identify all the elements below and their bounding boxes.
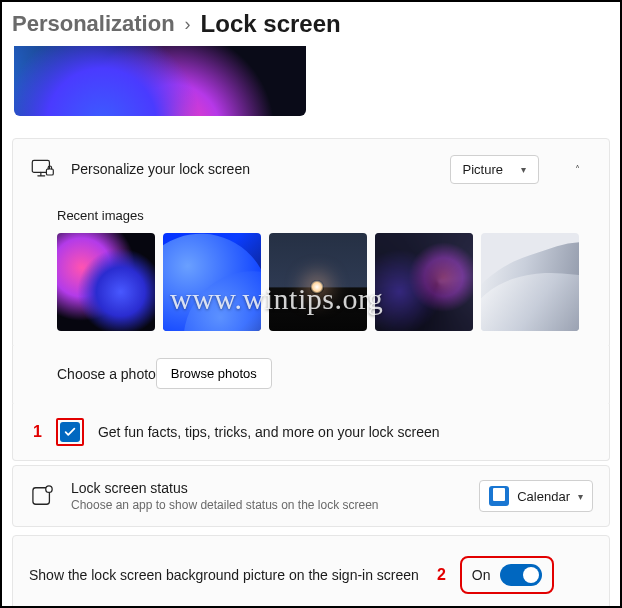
- svg-rect-1: [46, 169, 53, 175]
- recent-image-thumb[interactable]: [269, 233, 367, 331]
- signin-label: Show the lock screen background picture …: [29, 567, 419, 583]
- toggle-label: On: [472, 567, 491, 583]
- svg-point-3: [46, 486, 52, 492]
- breadcrumb-current: Lock screen: [201, 10, 341, 38]
- recent-image-thumb[interactable]: [57, 233, 155, 331]
- signin-background-row: Show the lock screen background picture …: [12, 535, 610, 608]
- fun-facts-checkbox[interactable]: [60, 422, 80, 442]
- choose-photo-label: Choose a photo: [57, 366, 156, 382]
- lock-screen-status-row[interactable]: Lock screen status Choose an app to show…: [12, 465, 610, 527]
- status-app-name: Calendar: [517, 489, 570, 504]
- annotation-1-box: [56, 418, 84, 446]
- chevron-right-icon: ›: [185, 14, 191, 35]
- fun-facts-row: 1 Get fun facts, tips, tricks, and more …: [12, 404, 610, 461]
- recent-image-thumb[interactable]: [375, 233, 473, 331]
- fun-facts-label: Get fun facts, tips, tricks, and more on…: [98, 424, 440, 440]
- annotation-2-box: On: [460, 556, 555, 594]
- status-title: Lock screen status: [71, 480, 465, 496]
- annotation-1: 1: [33, 423, 42, 441]
- breadcrumb: Personalization › Lock screen: [2, 2, 620, 46]
- personalize-row: Personalize your lock screen Picture ▾ ˄: [12, 138, 610, 200]
- calendar-icon: [489, 486, 509, 506]
- check-icon: [63, 425, 77, 439]
- personalize-title: Personalize your lock screen: [71, 161, 436, 177]
- background-type-select[interactable]: Picture ▾: [450, 155, 539, 184]
- browse-photos-button[interactable]: Browse photos: [156, 358, 272, 389]
- chevron-up-icon: ˄: [575, 164, 580, 175]
- breadcrumb-parent[interactable]: Personalization: [12, 11, 175, 37]
- chevron-down-icon: ▾: [578, 491, 583, 502]
- recent-images-panel: Recent images: [12, 198, 610, 348]
- recent-images-list: [57, 233, 593, 331]
- lock-screen-preview: [14, 46, 306, 116]
- background-type-value: Picture: [463, 162, 503, 177]
- annotation-2: 2: [437, 566, 446, 584]
- collapse-button[interactable]: ˄: [561, 153, 593, 185]
- badge-icon: [29, 484, 57, 508]
- chevron-down-icon: ▾: [521, 164, 526, 175]
- recent-image-thumb[interactable]: [163, 233, 261, 331]
- monitor-lock-icon: [29, 157, 57, 181]
- signin-toggle[interactable]: [500, 564, 542, 586]
- status-sub: Choose an app to show detailed status on…: [71, 498, 465, 512]
- status-app-select[interactable]: Calendar ▾: [479, 480, 593, 512]
- choose-photo-row: Choose a photo Browse photos: [12, 346, 610, 406]
- recent-images-label: Recent images: [57, 208, 593, 223]
- recent-image-thumb[interactable]: [481, 233, 579, 331]
